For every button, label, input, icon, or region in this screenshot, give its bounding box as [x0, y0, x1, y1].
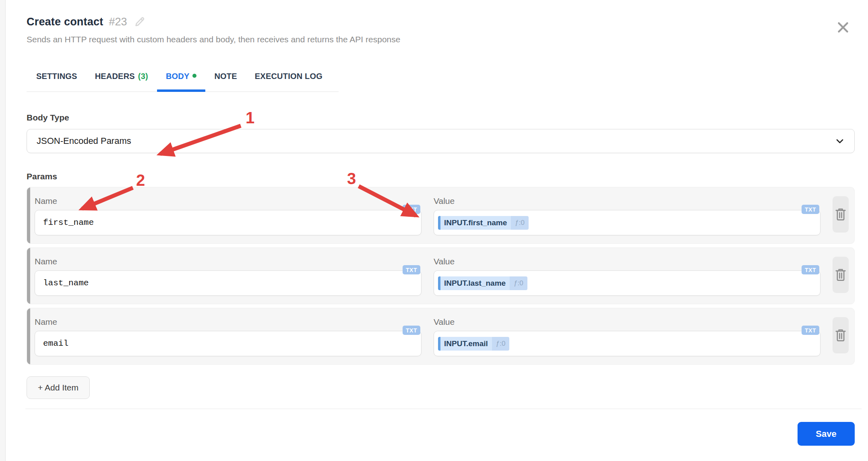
params-list: Name TXT Value TXT INPUT.first_name ƒ:0 — [27, 187, 855, 365]
field-type-badge[interactable]: TXT — [403, 265, 420, 274]
field-type-badge[interactable]: TXT — [802, 265, 819, 274]
param-row: Name TXT Value TXT INPUT.last_name ƒ:0 — [27, 247, 855, 304]
chip-modifier-badge: ƒ:0 — [510, 276, 527, 290]
trash-icon — [835, 268, 847, 282]
field-type-badge[interactable]: TXT — [802, 326, 819, 335]
close-icon — [836, 20, 850, 35]
chip-token-text: INPUT.first_name — [440, 216, 511, 230]
headers-count-badge: (3) — [138, 72, 148, 81]
tab-label: HEADERS — [95, 72, 135, 81]
name-field-box: TXT — [35, 210, 422, 235]
modal-header: Create contact #23 — [27, 15, 855, 28]
param-value-field-group: Value TXT INPUT.email ƒ:0 — [434, 317, 820, 356]
edit-title-button[interactable] — [133, 15, 146, 28]
value-field-label: Value — [434, 257, 820, 266]
param-row-inner: Name TXT Value TXT INPUT.first_name ƒ:0 — [30, 187, 854, 243]
param-value-field-group: Value TXT INPUT.first_name ƒ:0 — [434, 196, 820, 235]
param-name-field-group: Name TXT — [35, 257, 422, 296]
param-row-inner: Name TXT Value TXT INPUT.last_name ƒ:0 — [30, 248, 854, 304]
name-field-label: Name — [35, 317, 422, 327]
value-token-chip[interactable]: INPUT.first_name ƒ:0 — [438, 216, 529, 230]
chip-token-text: INPUT.last_name — [440, 276, 510, 290]
action-id: #23 — [109, 16, 127, 28]
delete-row-button[interactable] — [833, 257, 849, 293]
name-field-label: Name — [35, 196, 422, 206]
tab-bar: SETTINGS HEADERS (3) BODY NOTE EXECUTION… — [27, 64, 339, 92]
body-type-label: Body Type — [27, 113, 855, 123]
body-type-selected-value: JSON-Encoded Params — [37, 136, 131, 146]
modal-footer: Save — [27, 422, 855, 446]
page-edge-strip — [0, 0, 6, 461]
value-field-label: Value — [434, 196, 820, 206]
chip-modifier-badge: ƒ:0 — [492, 337, 510, 351]
name-field-label: Name — [35, 257, 422, 266]
body-status-dot-icon — [192, 74, 196, 78]
param-name-input[interactable] — [35, 210, 421, 235]
param-name-input[interactable] — [35, 331, 421, 356]
drag-handle[interactable] — [27, 187, 30, 243]
name-field-box: TXT — [35, 331, 422, 356]
param-row: Name TXT Value TXT INPUT.email ƒ:0 — [27, 308, 855, 365]
tab-label: BODY — [166, 72, 190, 81]
value-field-label: Value — [434, 317, 820, 327]
drag-handle[interactable] — [27, 248, 30, 304]
trash-icon — [835, 328, 847, 342]
value-token-chip[interactable]: INPUT.last_name ƒ:0 — [438, 276, 527, 290]
tab-settings[interactable]: SETTINGS — [27, 64, 86, 91]
delete-row-button[interactable] — [833, 196, 849, 233]
tab-label: EXECUTION LOG — [255, 72, 322, 81]
field-type-badge[interactable]: TXT — [403, 205, 420, 214]
param-name-input[interactable] — [35, 271, 421, 295]
delete-row-button[interactable] — [833, 317, 849, 353]
tab-note[interactable]: NOTE — [205, 64, 246, 91]
param-name-field-group: Name TXT — [35, 317, 422, 356]
field-type-badge[interactable]: TXT — [802, 205, 819, 214]
tab-headers[interactable]: HEADERS (3) — [86, 64, 157, 91]
tab-body[interactable]: BODY — [157, 64, 206, 91]
trash-icon — [835, 208, 847, 221]
action-editor-modal: Create contact #23 Sends an HTTP request… — [6, 0, 868, 461]
body-type-select[interactable]: JSON-Encoded Params — [27, 129, 855, 153]
chip-token-text: INPUT.email — [440, 337, 492, 351]
chevron-down-icon — [834, 135, 845, 147]
row-actions — [833, 196, 849, 235]
add-item-button[interactable]: + Add Item — [27, 376, 90, 399]
tab-execution-log[interactable]: EXECUTION LOG — [246, 64, 331, 91]
page-title: Create contact — [27, 16, 103, 28]
param-row: Name TXT Value TXT INPUT.first_name ƒ:0 — [27, 187, 855, 244]
param-name-field-group: Name TXT — [35, 196, 422, 235]
pencil-icon — [133, 15, 146, 28]
footer-divider — [25, 409, 862, 409]
action-description: Sends an HTTP request with custom header… — [27, 35, 855, 44]
save-button[interactable]: Save — [798, 422, 855, 446]
close-button[interactable] — [834, 19, 852, 36]
value-token-chip[interactable]: INPUT.email ƒ:0 — [438, 337, 509, 351]
param-row-inner: Name TXT Value TXT INPUT.email ƒ:0 — [30, 308, 854, 364]
param-value-field-group: Value TXT INPUT.last_name ƒ:0 — [434, 257, 820, 296]
row-actions — [833, 257, 849, 296]
field-type-badge[interactable]: TXT — [403, 326, 420, 335]
drag-handle[interactable] — [27, 308, 30, 364]
tab-label: SETTINGS — [36, 72, 77, 81]
name-field-box: TXT — [35, 270, 422, 296]
tab-label: NOTE — [214, 72, 237, 81]
value-field-box[interactable]: TXT INPUT.first_name ƒ:0 — [434, 210, 820, 235]
value-field-box[interactable]: TXT INPUT.last_name ƒ:0 — [434, 270, 820, 296]
value-field-box[interactable]: TXT INPUT.email ƒ:0 — [434, 331, 820, 356]
params-label: Params — [27, 172, 855, 181]
chip-modifier-badge: ƒ:0 — [511, 216, 529, 230]
row-actions — [833, 317, 849, 356]
